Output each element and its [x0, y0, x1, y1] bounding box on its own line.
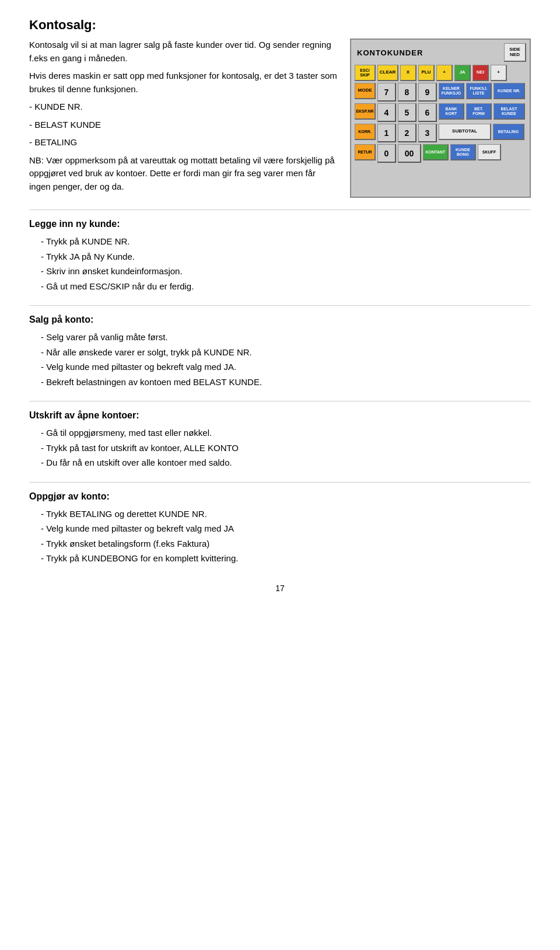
key-5[interactable]: 5 — [398, 103, 416, 122]
section-legge-inn: Legge inn ny kunde: Trykk på KUNDE NR. T… — [29, 219, 531, 294]
side-ned-key[interactable]: SIDENED — [504, 43, 526, 62]
key-eksp-nr[interactable]: EKSP.NR — [355, 103, 376, 120]
oppgjor-item-1: Trykk BETALING og derettet KUNDE NR. — [41, 507, 531, 522]
key-2[interactable]: 2 — [398, 124, 416, 142]
key-bet-form[interactable]: BET.FORM — [466, 103, 492, 120]
divider-2 — [29, 305, 531, 306]
salg-item-2: Når alle ønskede varer er solgt, trykk p… — [41, 345, 531, 360]
divider-4 — [29, 482, 531, 483]
keyboard-row-4: KORR. 1 2 3 SUBTOTAL BETALING — [355, 124, 526, 142]
key-skuff[interactable]: SKUFF — [478, 144, 501, 160]
legge-item-3: Skriv inn ønsket kundeinformasjon. — [41, 264, 531, 279]
key-1[interactable]: 1 — [377, 124, 396, 142]
section-oppgjor-title: Oppgjør av konto: — [29, 491, 531, 502]
oppgjor-item-2: Velg kunde med piltaster og bekreft valg… — [41, 521, 531, 536]
utskrift-item-1: Gå til oppgjørsmeny, med tast eller nøkk… — [41, 425, 531, 441]
key-00[interactable]: 00 — [398, 144, 421, 163]
key-8[interactable]: 8 — [398, 83, 416, 102]
key-mode[interactable]: MODE — [355, 83, 376, 99]
key-betaling[interactable]: BETALING — [493, 124, 524, 140]
legge-item-4: Gå ut med ESC/SKIP når du er ferdig. — [41, 279, 531, 294]
keyboard-row-1: ESC/SKIP CLEAR X PLU + JA NEI + — [355, 65, 526, 81]
page-title: Kontosalg: — [29, 18, 531, 33]
salg-list: Selg varer på vanlig måte først. Når all… — [29, 330, 531, 389]
intro-text: Kontosalg vil si at man lagrer salg på f… — [29, 39, 338, 198]
intro-para5: - BETALING — [29, 136, 338, 149]
utskrift-list: Gå til oppgjørsmeny, med tast eller nøkk… — [29, 425, 531, 470]
keyboard-title: KONTOKUNDER — [355, 47, 425, 58]
divider-3 — [29, 401, 531, 401]
key-funksj-liste[interactable]: FUNKSJ.LISTE — [466, 83, 492, 99]
key-ja[interactable]: JA — [454, 65, 471, 81]
oppgjor-item-3: Trykk ønsket betalingsform (f.eks Faktur… — [41, 536, 531, 551]
intro-para3: - KUNDE NR. — [29, 100, 338, 114]
intro-para6: NB: Vær oppmerksom på at vareuttak og mo… — [29, 154, 338, 194]
section-salg-title: Salg på konto: — [29, 315, 531, 325]
key-esc-skip[interactable]: ESC/SKIP — [355, 65, 376, 81]
utskrift-item-3: Du får nå en utskift over alle kontoer m… — [41, 455, 531, 470]
salg-item-4: Bekreft belastningen av kontoen med BELA… — [41, 375, 531, 390]
key-plu[interactable]: PLU — [418, 65, 435, 81]
keyboard-diagram: KONTOKUNDER SIDENED ESC/SKIP CLEAR X PLU… — [350, 39, 531, 198]
key-subtotal[interactable]: SUBTOTAL — [439, 124, 491, 140]
section-salg: Salg på konto: Selg varer på vanlig måte… — [29, 315, 531, 389]
key-7[interactable]: 7 — [377, 83, 396, 102]
intro-para1: Kontosalg vil si at man lagrer salg på f… — [29, 39, 338, 65]
key-kontant[interactable]: KONTANT — [423, 144, 449, 160]
intro-para2: Hvis deres maskin er satt opp med funksj… — [29, 69, 338, 96]
key-6[interactable]: 6 — [418, 103, 437, 122]
legge-item-1: Trykk på KUNDE NR. — [41, 234, 531, 249]
oppgjor-list: Trykk BETALING og derettet KUNDE NR. Vel… — [29, 507, 531, 566]
key-kunde-bong[interactable]: KUNDEBONG — [450, 144, 476, 160]
utskrift-item-2: Trykk på tast for utskrift av kontoer, A… — [41, 441, 531, 456]
key-plus1[interactable]: + — [436, 65, 453, 81]
key-belast-kunde[interactable]: BELAST KUNDE — [494, 103, 525, 120]
key-nei[interactable]: NEI — [473, 65, 489, 81]
key-kelner[interactable]: KELNERFUNKSJO — [439, 83, 464, 99]
section-legge-title: Legge inn ny kunde: — [29, 219, 531, 229]
oppgjor-item-4: Trykk på KUNDEBONG for en komplett kvitt… — [41, 551, 531, 566]
key-korr[interactable]: KORR. — [355, 124, 376, 140]
key-3[interactable]: 3 — [418, 124, 437, 142]
key-9[interactable]: 9 — [418, 83, 437, 102]
key-0[interactable]: 0 — [377, 144, 396, 163]
legge-item-2: Trykk JA på Ny Kunde. — [41, 249, 531, 264]
key-plus2[interactable]: + — [491, 65, 507, 81]
key-4[interactable]: 4 — [377, 103, 396, 122]
intro-section: Kontosalg vil si at man lagrer salg på f… — [29, 39, 531, 198]
keyboard-row-3: EKSP.NR 4 5 6 BANKKORT BET.FORM BELAST K… — [355, 103, 526, 122]
keyboard-row-5: RETUR 0 00 KONTANT KUNDEBONG SKUFF — [355, 144, 526, 163]
intro-para4: - BELAST KUNDE — [29, 118, 338, 132]
legge-list: Trykk på KUNDE NR. Trykk JA på Ny Kunde.… — [29, 234, 531, 294]
divider-1 — [29, 209, 531, 210]
key-bank-kort[interactable]: BANKKORT — [439, 103, 464, 120]
section-oppgjor: Oppgjør av konto: Trykk BETALING og dere… — [29, 491, 531, 566]
salg-item-1: Selg varer på vanlig måte først. — [41, 330, 531, 345]
key-clear[interactable]: CLEAR — [377, 65, 398, 81]
key-retur[interactable]: RETUR — [355, 144, 376, 160]
salg-item-3: Velg kunde med piltaster og bekreft valg… — [41, 359, 531, 375]
key-x[interactable]: X — [400, 65, 416, 81]
section-utskrift-title: Utskrift av åpne kontoer: — [29, 410, 531, 421]
section-utskrift: Utskrift av åpne kontoer: Gå til oppgjør… — [29, 410, 531, 470]
keyboard-title-row: KONTOKUNDER SIDENED — [355, 43, 526, 62]
keyboard-row-2: MODE 7 8 9 KELNERFUNKSJO FUNKSJ.LISTE KU… — [355, 83, 526, 102]
key-kunde-nr[interactable]: KUNDE NR. — [494, 83, 525, 99]
page-number: 17 — [29, 584, 531, 593]
